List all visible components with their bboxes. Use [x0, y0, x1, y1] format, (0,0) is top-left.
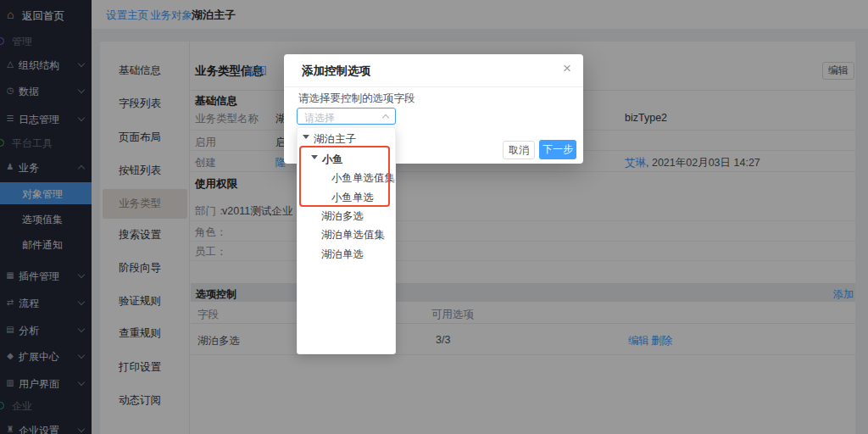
select-placeholder: 请选择 — [304, 111, 335, 125]
next-step-button[interactable]: 下一步 — [539, 140, 576, 159]
red-highlight-box — [299, 146, 390, 207]
select-field-label: 请选择要控制的选项字段 — [298, 92, 415, 106]
app-root: ⌂ 返回首页 管理 △ 组织结构 ◷ 数据 ☰ 日志管理 平台工具 ♟ 业务 — [0, 0, 868, 434]
modal-title: 添加控制选项 — [302, 64, 370, 79]
cancel-button[interactable]: 取消 — [503, 141, 535, 159]
field-select[interactable]: 请选择 — [297, 108, 396, 125]
caret-down-icon — [303, 135, 309, 139]
chevron-up-icon — [382, 114, 389, 121]
modal-header-divider — [284, 86, 583, 87]
close-icon[interactable]: × — [563, 61, 571, 75]
